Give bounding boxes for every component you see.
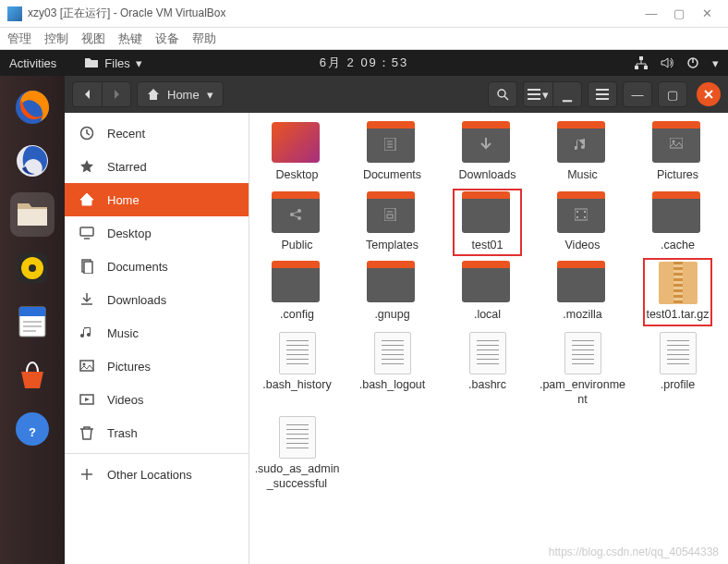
- gnome-top-bar: Activities Files ▾ 6月 2 09：53 ▾: [0, 50, 728, 76]
- sidebar-item-label: Recent: [107, 127, 145, 141]
- chevron-down-icon: ▾: [207, 88, 213, 102]
- menu-devices[interactable]: 设备: [155, 31, 179, 47]
- dock-files[interactable]: [10, 192, 55, 237]
- view-toggle-button[interactable]: ▾: [523, 81, 552, 107]
- svg-line-46: [293, 212, 297, 214]
- text-icon: [652, 332, 704, 374]
- view-options-button[interactable]: ▁: [552, 81, 582, 107]
- sidebar-item-downloads[interactable]: Downloads: [65, 283, 249, 316]
- dock-writer[interactable]: [10, 300, 55, 344]
- sidebar-item-recent[interactable]: Recent: [65, 116, 249, 150]
- sidebar-item-label: Documents: [107, 260, 168, 274]
- search-button[interactable]: [488, 81, 517, 107]
- dock-help[interactable]: ?: [10, 407, 55, 451]
- dock-firefox[interactable]: [10, 85, 55, 129]
- file-label: Public: [277, 239, 316, 253]
- sidebar-item-starred[interactable]: Starred: [65, 150, 249, 183]
- file-item[interactable]: test01.tar.gz: [630, 262, 725, 323]
- svg-line-47: [293, 215, 297, 217]
- menu-manage[interactable]: 管理: [7, 31, 31, 47]
- minimize-button[interactable]: —: [623, 81, 652, 107]
- dock-thunderbird[interactable]: [10, 139, 55, 183]
- menu-hotkey[interactable]: 热键: [118, 31, 142, 47]
- sidebar-item-videos[interactable]: Videos: [65, 383, 249, 416]
- folder-icon: [652, 192, 704, 235]
- sidebar-item-label: Starred: [107, 160, 147, 174]
- folder-icon: [557, 122, 609, 165]
- file-item[interactable]: .cache: [630, 192, 725, 253]
- sidebar: RecentStarredHomeDesktopDocumentsDownloa…: [65, 113, 249, 564]
- forward-button[interactable]: [102, 81, 131, 107]
- dock-rhythmbox[interactable]: [10, 246, 55, 290]
- svg-text:?: ?: [29, 425, 36, 439]
- sidebar-item-pictures[interactable]: Pictures: [65, 349, 249, 383]
- sidebar-item-desktop[interactable]: Desktop: [65, 216, 249, 250]
- file-item[interactable]: Documents: [345, 122, 440, 183]
- file-label: .sudo_as_admin_successful: [249, 462, 345, 491]
- file-item[interactable]: .config: [249, 262, 345, 323]
- file-label: Pictures: [653, 168, 702, 183]
- system-tray[interactable]: ▾: [635, 56, 719, 70]
- file-item[interactable]: Public: [249, 192, 345, 253]
- file-item[interactable]: .gnupg: [345, 262, 440, 323]
- sidebar-item-home[interactable]: Home: [65, 183, 249, 216]
- app-menu[interactable]: Files ▾: [84, 56, 141, 70]
- svg-point-17: [498, 90, 505, 97]
- app-menu-label: Files: [104, 56, 129, 70]
- file-item[interactable]: Music: [535, 122, 630, 183]
- file-label: .bash_logout: [356, 378, 430, 393]
- sidebar-other-locations[interactable]: Other Locations: [65, 458, 249, 491]
- file-item[interactable]: Pictures: [630, 122, 725, 183]
- text-icon: [462, 332, 514, 374]
- power-icon: [686, 56, 699, 69]
- sidebar-item-documents[interactable]: Documents: [65, 250, 249, 283]
- file-item[interactable]: .bashrc: [440, 332, 535, 407]
- back-button[interactable]: [72, 81, 102, 107]
- chevron-down-icon: ▾: [136, 56, 142, 70]
- text-icon: [557, 332, 609, 374]
- maximize-button[interactable]: ▢: [665, 5, 693, 23]
- datetime[interactable]: 6月 2 09：53: [320, 55, 409, 71]
- menu-view[interactable]: 视图: [81, 31, 105, 47]
- sidebar-item-trash[interactable]: Trash: [65, 416, 249, 449]
- file-item[interactable]: .mozilla: [535, 262, 630, 323]
- folder-icon: [462, 122, 514, 165]
- sidebar-item-label: Pictures: [107, 360, 151, 374]
- minimize-button[interactable]: —: [637, 5, 665, 23]
- maximize-button[interactable]: ▢: [658, 81, 687, 107]
- file-item[interactable]: Downloads: [440, 122, 535, 183]
- file-item[interactable]: Videos: [535, 192, 630, 253]
- close-button[interactable]: [697, 82, 721, 106]
- sidebar-item-music[interactable]: Music: [65, 316, 249, 349]
- file-grid[interactable]: DesktopDocumentsDownloadsMusicPicturesPu…: [249, 113, 728, 564]
- svg-rect-22: [596, 89, 609, 91]
- svg-rect-50: [387, 215, 393, 218]
- file-label: Downloads: [455, 168, 520, 183]
- file-item[interactable]: .pam_environment: [535, 332, 630, 407]
- window-title: xzy03 [正在运行] - Oracle VM VirtualBox: [28, 6, 637, 21]
- virtualbox-titlebar: xzy03 [正在运行] - Oracle VM VirtualBox — ▢ …: [0, 0, 728, 28]
- file-item[interactable]: .local: [440, 262, 535, 323]
- file-label: Music: [564, 168, 601, 183]
- menu-control[interactable]: 控制: [44, 31, 68, 47]
- files-window: Home ▾ ▾ ▁ — ▢ RecentStarredHomeDesktopD…: [65, 76, 728, 564]
- virtualbox-icon: [7, 6, 22, 21]
- activities-button[interactable]: Activities: [9, 56, 56, 70]
- file-item[interactable]: Desktop: [249, 122, 345, 183]
- file-item[interactable]: .bash_logout: [345, 332, 440, 407]
- hamburger-menu-button[interactable]: [588, 81, 617, 107]
- file-label: .gnupg: [370, 308, 413, 323]
- folder-icon: [367, 192, 419, 235]
- file-item[interactable]: .bash_history: [249, 332, 345, 407]
- close-button[interactable]: ✕: [693, 5, 721, 23]
- file-item[interactable]: Templates: [345, 192, 440, 253]
- file-item[interactable]: .sudo_as_admin_successful: [249, 416, 345, 491]
- dock-software[interactable]: [10, 353, 55, 398]
- path-bar[interactable]: Home ▾: [137, 81, 224, 107]
- menu-help[interactable]: 帮助: [192, 31, 216, 47]
- file-item[interactable]: .profile: [630, 332, 725, 407]
- file-item[interactable]: test01: [440, 192, 535, 253]
- file-label: .local: [470, 308, 504, 323]
- folder-icon: [84, 56, 99, 69]
- svg-point-42: [672, 141, 674, 143]
